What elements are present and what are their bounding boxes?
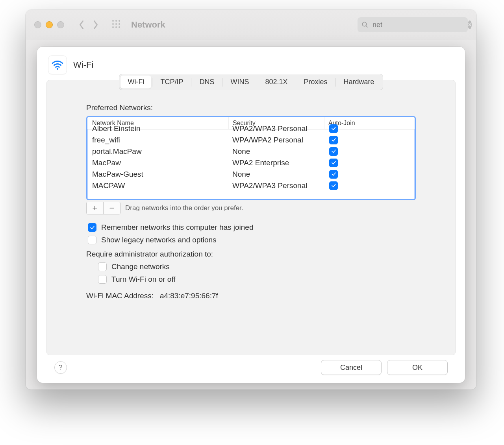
nav-back-button[interactable]	[75, 18, 88, 31]
tab-wi-fi[interactable]: Wi-Fi	[120, 76, 151, 89]
network-security: WPA2/WPA3 Personal	[228, 180, 324, 191]
preferred-networks-table[interactable]: Network Name Security Auto-Join Albert E…	[86, 116, 416, 200]
show-all-icon[interactable]	[111, 19, 122, 30]
add-network-button[interactable]: +	[87, 202, 104, 214]
nav-forward-button[interactable]	[89, 18, 102, 31]
wifi-icon	[48, 55, 67, 74]
network-name: portal.MacPaw	[92, 146, 228, 157]
auto-join-checkbox[interactable]	[329, 124, 338, 133]
wifi-settings-sheet: Wi-Fi Wi-FiTCP/IPDNSWINS802.1XProxiesHar…	[37, 47, 465, 383]
tab-tcp-ip[interactable]: TCP/IP	[153, 76, 190, 89]
svg-point-11	[57, 68, 59, 70]
help-button[interactable]: ?	[54, 361, 67, 374]
prefs-window: Network	[26, 10, 476, 390]
toolbar-search[interactable]	[358, 17, 468, 32]
tab-proxies[interactable]: Proxies	[297, 76, 335, 89]
mac-address-label: Wi-Fi MAC Address:	[86, 292, 154, 300]
network-security: WPA/WPA2 Personal	[228, 134, 324, 146]
table-row[interactable]: free_wifiWPA/WPA2 Personal	[87, 134, 415, 146]
auto-join-checkbox[interactable]	[329, 170, 338, 179]
drag-hint: Drag networks into the order you prefer.	[125, 204, 243, 212]
add-remove-group: + −	[86, 202, 120, 214]
auto-join-checkbox[interactable]	[329, 136, 338, 144]
zoom-window-button[interactable]	[57, 21, 64, 28]
mac-address-value: a4:83:e7:95:66:7f	[160, 292, 218, 300]
network-security: None	[228, 146, 324, 157]
turn-wifi-label: Turn Wi-Fi on or off	[111, 275, 176, 284]
traffic-lights	[34, 21, 64, 28]
svg-point-8	[119, 26, 120, 28]
change-networks-label: Change networks	[111, 262, 170, 271]
table-row[interactable]: MacPaw-GuestNone	[87, 168, 415, 180]
preferred-networks-label: Preferred Networks:	[86, 103, 416, 112]
tab-wins[interactable]: WINS	[223, 76, 256, 89]
svg-point-3	[112, 23, 114, 25]
network-name: MACPAW	[92, 180, 228, 191]
turn-wifi-checkbox[interactable]	[98, 275, 107, 284]
tabs-bar: Wi-FiTCP/IPDNSWINS802.1XProxiesHardware	[119, 74, 383, 90]
svg-point-5	[119, 23, 120, 25]
table-row[interactable]: Albert EinsteinWPA2/WPA3 Personal	[87, 123, 415, 134]
tab-hardware[interactable]: Hardware	[337, 76, 382, 89]
clear-search-button[interactable]	[468, 20, 472, 29]
show-legacy-label: Show legacy networks and options	[101, 236, 217, 244]
svg-point-7	[115, 26, 117, 28]
tab-dns[interactable]: DNS	[192, 76, 221, 89]
change-networks-checkbox[interactable]	[98, 262, 107, 271]
network-name: free_wifi	[92, 134, 228, 146]
auto-join-checkbox[interactable]	[329, 159, 338, 167]
require-auth-label: Require administrator authorization to:	[86, 250, 416, 259]
search-input[interactable]	[372, 20, 465, 30]
window-title: Network	[131, 20, 165, 30]
sheet-title: Wi-Fi	[73, 60, 93, 70]
svg-line-10	[366, 26, 367, 27]
cancel-button[interactable]: Cancel	[321, 360, 382, 375]
network-name: Albert Einstein	[92, 123, 228, 134]
content-panel: Wi-FiTCP/IPDNSWINS802.1XProxiesHardware …	[46, 80, 456, 355]
ok-button[interactable]: OK	[387, 360, 448, 375]
auto-join-checkbox[interactable]	[329, 181, 338, 190]
minimize-window-button[interactable]	[46, 21, 53, 28]
show-legacy-checkbox[interactable]	[88, 236, 96, 244]
remember-networks-label: Remember networks this computer has join…	[101, 223, 254, 232]
svg-point-1	[115, 20, 117, 22]
svg-point-2	[119, 20, 120, 22]
network-name: MacPaw	[92, 157, 228, 168]
remember-networks-checkbox[interactable]	[88, 223, 96, 232]
table-row[interactable]: portal.MacPawNone	[87, 146, 415, 157]
mac-address-row: Wi-Fi MAC Address: a4:83:e7:95:66:7f	[86, 292, 416, 300]
network-security: None	[228, 168, 324, 180]
network-name: MacPaw-Guest	[92, 168, 228, 180]
remove-network-button[interactable]: −	[104, 202, 120, 214]
close-window-button[interactable]	[34, 21, 41, 28]
table-row[interactable]: MacPawWPA2 Enterprise	[87, 157, 415, 168]
window-toolbar: Network	[26, 10, 476, 40]
auto-join-checkbox[interactable]	[329, 147, 338, 156]
network-security: WPA2 Enterprise	[228, 157, 324, 168]
svg-point-6	[112, 26, 114, 28]
network-security: WPA2/WPA3 Personal	[228, 123, 324, 134]
svg-point-0	[112, 20, 114, 22]
svg-point-4	[115, 23, 117, 25]
tab-802-1x[interactable]: 802.1X	[258, 76, 295, 89]
table-row[interactable]: MACPAWWPA2/WPA3 Personal	[87, 180, 415, 191]
search-icon	[361, 21, 369, 28]
